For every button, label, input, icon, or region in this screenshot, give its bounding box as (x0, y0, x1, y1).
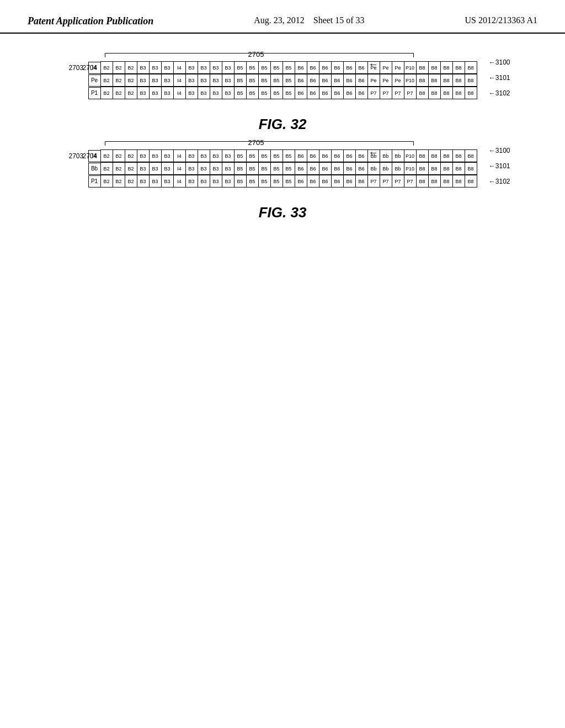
header-title: Patent Application Publication (28, 15, 153, 27)
fig33-row1-cells: B2B2B2B3B3B3I4B3B3B3B3B5B5B5B5B5B6B6B6B6… (100, 149, 477, 162)
fig32-label: FIG. 32 (259, 116, 307, 133)
fig33-row2-label: Bb (88, 163, 100, 175)
fig33-2705-bracket (105, 141, 414, 146)
fig32-pe-arrow: ↓ (368, 62, 380, 67)
fig33-bb-arrow: ↓ (368, 151, 380, 156)
fig33-row2-cells: B2B2B2B3B3B3I4B3B3B3B3B5B5B5B5B5B6B6B6B6… (100, 162, 477, 175)
fig33-table: I4 B2B2B2B3B3B3I4B3B3B3B3B5B5B5B5B5B6B6B… (88, 149, 477, 188)
header-date: Aug. 23, 2012 Sheet 15 of 33 (254, 15, 364, 25)
fig32-row3-label: P1 (88, 87, 100, 99)
fig32-row1-cells: B2B2B2B3B3B3I4B3B3B3B3B5B5B5B5B5B6B6B6B6… (100, 61, 477, 74)
fig32-2703-label: 2703 (69, 64, 84, 72)
fig33-label: FIG. 33 (259, 204, 307, 221)
fig33-3102-label: ←3102 (489, 178, 510, 185)
fig33-row3-cells: B2B2B2B3B3B3I4B3B3B3B3B5B5B5B5B5B6B6B6B6… (100, 175, 477, 188)
fig32-3101-label: ←3101 (489, 74, 510, 82)
fig32-row2-cells: B2B2B2B3B3B3I4B3B3B3B3B5B5B5B5B5B6B6B6B6… (100, 74, 477, 87)
fig32-table: I4 B2B2B2B3B3B3I4B3B3B3B3B5B5B5B5B5B6B6B… (88, 61, 477, 99)
fig33-row3-label: P1 (88, 175, 100, 188)
fig33-2703-label: 2703 (69, 152, 84, 160)
fig32-3102-label: ←3102 (489, 89, 510, 97)
fig32-2705-bracket (105, 53, 414, 57)
fig32-row3-cells: B2B2B2B3B3B3I4B3B3B3B3B5B5B5B5B5B6B6B6B6… (100, 87, 477, 99)
header-patent-number: US 2012/213363 A1 (465, 15, 537, 25)
fig33-3100-label: ←3100 (489, 147, 510, 154)
fig32-2704-label: 2704 (83, 64, 98, 72)
main-content: 2705 2703 2704 ←3100 ←3101 ←3102 I4 B2B2… (0, 34, 565, 232)
fig32-3100-label: ←3100 (489, 58, 510, 66)
fig33-3101-label: ←3101 (489, 162, 510, 170)
fig32-row2-label: Pe (88, 74, 100, 87)
fig33-2704-label: 2704 (83, 152, 98, 160)
page-header: Patent Application Publication Aug. 23, … (0, 0, 565, 34)
